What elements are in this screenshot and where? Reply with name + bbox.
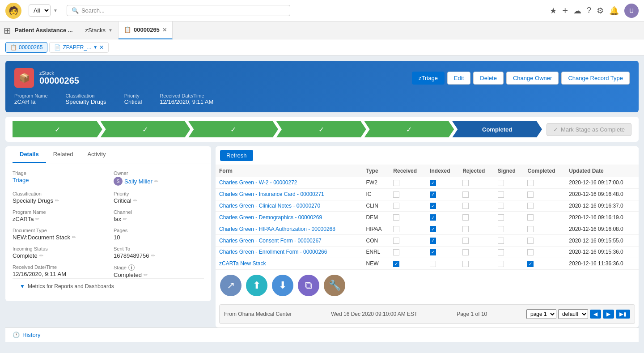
download-icon-btn[interactable]: ⬇ [272,275,293,296]
star-icon[interactable]: ★ [550,6,557,16]
logo-emoji: 🧑 [8,6,18,16]
refresh-button[interactable]: Refresh [220,150,253,161]
cell-signed [494,188,524,200]
owner-edit-icon[interactable]: ✏ [154,179,158,184]
tools-icon-btn[interactable]: 🔧 [324,275,345,296]
cell-indexed: ✓ [426,200,459,212]
app-menu-icon[interactable]: ⊞ [4,25,11,36]
record-subtab-main[interactable]: 📋 00000265 [5,42,47,53]
search-scope-select[interactable]: All [29,4,51,17]
record-subtab-zpaper-close[interactable]: ✕ [99,44,104,51]
program-name-edit-icon[interactable]: ✏ [35,216,39,222]
owner-link[interactable]: Sally Miller [124,178,153,185]
cell-form: zCARTa New Stack [216,258,363,269]
cell-form: Charles Green - Demographics - 00000269 [216,212,363,223]
cloud-icon[interactable]: ☁ [573,6,581,16]
cell-received [390,188,426,200]
ztriage-button[interactable]: zTriage [412,72,445,85]
classification-edit-icon[interactable]: ✏ [55,198,59,204]
incoming-status-edit-icon[interactable]: ✏ [39,253,43,259]
nav-action-button[interactable]: ▶▮ [616,310,630,319]
change-owner-button[interactable]: Change Owner [506,72,559,85]
add-icon[interactable]: + [562,5,568,17]
history-icon: 🕐 [13,332,20,338]
change-record-type-button[interactable]: Change Record Type [561,72,630,85]
view-select[interactable]: default [558,309,588,319]
channel-edit-icon[interactable]: ✏ [123,216,127,222]
bell-icon[interactable]: 🔔 [609,6,619,16]
stage-info-icon[interactable]: ℹ [128,264,135,271]
record-subtab-zpaper-dropdown[interactable]: ▼ [93,45,97,50]
cell-indexed: ✓ [426,246,459,258]
col-form: Form [216,165,363,177]
settings-icon[interactable]: ⚙ [597,6,604,16]
field-program-name: Program Name zCARTa ✏ [13,209,103,222]
stage-2[interactable]: ✓ [101,121,191,137]
search-input[interactable] [81,7,285,14]
cell-received [390,235,426,247]
triage-link[interactable]: Triage [13,177,29,183]
history-bar[interactable]: 🕐 History [5,327,639,342]
form-link[interactable]: Charles Green - Clinical Notes - 0000027… [219,203,320,209]
help-icon[interactable]: ? [587,6,591,15]
stage-5[interactable]: ✓ [364,121,454,137]
cell-form: Charles Green - Enrollment Form - 000002… [216,246,363,258]
field-channel: Channel fax ✏ [114,209,204,222]
record-subtab-zpaper[interactable]: 📄 ZPAPER_... ▼ ✕ [49,42,109,53]
copy-icon-btn[interactable]: ⧉ [298,275,319,296]
tab-record[interactable]: 📋 00000265 ✕ [119,21,173,39]
tab-zstacks-arrow: ▼ [108,28,113,33]
meta-program-name: Program Name zCARTa [14,93,48,105]
stage-4[interactable]: ✓ [276,121,366,137]
field-classification: Classification Specialty Drugs ✏ [13,191,103,204]
record-title-block: zStack 00000265 [39,70,79,86]
cell-indexed: ✓ [426,223,459,235]
form-link[interactable]: Charles Green - Consent Form - 00000267 [219,238,322,244]
record-subtab-main-icon: 📋 [10,44,17,51]
page-select[interactable]: page 1 [526,309,556,319]
tab-zstacks[interactable]: zStacks ▼ [80,21,119,39]
upload-icon-btn[interactable]: ⬆ [246,275,267,296]
stage-edit-icon[interactable]: ✏ [144,272,148,278]
avatar[interactable]: U [624,4,639,18]
stage-completed[interactable]: Completed [452,121,542,137]
tab-record-close[interactable]: ✕ [162,27,167,33]
metrics-section[interactable]: ▼ Metrics for Reports and Dashboards [13,278,204,294]
document-type-edit-icon[interactable]: ✏ [72,234,76,240]
stage-value: Completed [114,272,142,278]
form-link[interactable]: Charles Green - Insurance Card - 0000027… [219,191,324,197]
tab-details[interactable]: Details [13,146,46,163]
cell-received [390,223,426,235]
field-pages: Pages 10 [114,228,204,241]
tab-activity[interactable]: Activity [80,146,113,163]
cell-rejected [459,258,494,269]
mark-complete-button[interactable]: ✓ Mark Stage as Complete [547,123,631,136]
stage-3[interactable]: ✓ [188,121,278,137]
record-subtab-zpaper-label: ZPAPER_... [63,44,91,51]
form-link[interactable]: Charles Green - Enrollment Form - 000002… [219,249,327,255]
mark-complete-icon: ✓ [553,126,558,133]
tab-related[interactable]: Related [46,146,80,163]
priority-edit-icon[interactable]: ✏ [133,198,137,204]
nav-prev-button[interactable]: ◀ [590,310,601,319]
table-header-row: Form Type Received Indexed Rejected Sign… [216,165,639,177]
field-sent-to: Sent To 16789489756 ✏ [114,246,204,259]
cell-completed [524,235,565,247]
cell-updated: 2020-12-16 09:16:08.0 [565,223,639,235]
form-link[interactable]: Charles Green - HIPAA Authorization - 00… [219,226,335,232]
edit-button[interactable]: Edit [447,72,470,85]
sent-to-edit-icon[interactable]: ✏ [151,253,155,259]
cell-completed [524,177,565,189]
doc-preview: From Ohana Medical Center Wed 16 Dec 202… [219,304,635,324]
cell-indexed: ✓ [426,212,459,223]
form-link[interactable]: Charles Green - Demographics - 00000269 [219,214,322,221]
share-icon-btn[interactable]: ↗ [220,275,242,296]
cell-type: CON [363,235,390,247]
delete-button[interactable]: Delete [473,72,504,85]
cell-form: Charles Green - Insurance Card - 0000027… [216,188,363,200]
cell-signed [494,200,524,212]
nav-next-button[interactable]: ▶ [603,310,614,319]
form-link[interactable]: Charles Green - W-2 - 00000272 [219,179,297,186]
stage-1[interactable]: ✓ [13,121,102,137]
form-link[interactable]: zCARTa New Stack [219,260,266,267]
